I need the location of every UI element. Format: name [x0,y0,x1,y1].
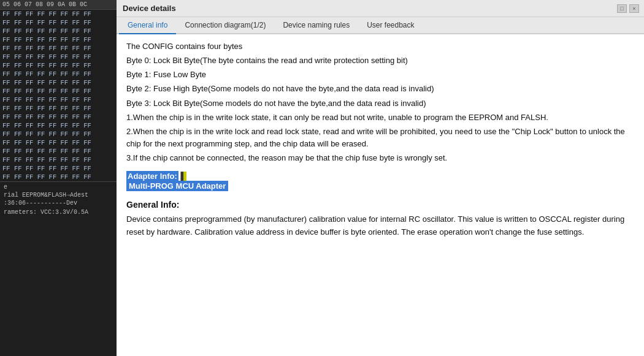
hex-panel: 05 06 07 08 09 0A 0B 0C FF FF FF FF FF F… [0,0,117,356]
hex-row: FF FF FF FF FF FF FF FF [0,70,117,78]
status-line [4,216,113,217]
hex-row: FF FF FF FF FF FF FF FF [0,104,117,113]
hex-row: FF FF FF FF FF FF FF FF [0,27,117,36]
intro-line: The CONFIG contains four bytes [126,40,634,53]
info-line-1: 1.When the chip is in the write lock sta… [126,112,634,124]
hex-row: FF FF FF FF FF FF FF FF [0,164,117,173]
general-info-body: Device contains preprogrammed (by manufa… [126,213,634,239]
tab-general-info[interactable]: General info [119,17,176,34]
hex-row: FF FF FF FF FF FF FF FF [0,61,117,70]
status-line: e [4,183,113,191]
byte-line-0: Byte 0: Lock Bit Byte(The byte contains … [126,55,634,67]
tabs-bar: General info Connection diagram(1/2) Dev… [117,17,644,34]
general-info-section: General Info: Device contains preprogram… [126,200,634,239]
bottom-status-left: erial EEPROM&FLASH→Adest:36:06----------… [0,181,117,217]
title-bar: Device details □ × [117,0,644,17]
hex-row: FF FF FF FF FF FF FF FF [0,173,117,181]
hex-row: FF FF FF FF FF FF FF FF [0,156,117,164]
right-panel: Device details □ × General info Connecti… [117,0,644,356]
hex-row: FF FF FF FF FF FF FF FF [0,10,117,18]
minimize-button[interactable]: □ [617,4,627,13]
hex-row: FF FF FF FF FF FF FF FF [0,147,117,156]
hex-header: 05 06 07 08 09 0A 0B 0C [0,0,117,10]
hex-rows: FF FF FF FF FF FF FF FFFF FF FF FF FF FF… [0,10,117,181]
hex-row: FF FF FF FF FF FF FF FF [0,130,117,138]
tab-device-naming-rules[interactable]: Device naming rules [274,17,358,34]
panel-title: Device details [123,4,176,13]
byte-line-1: Byte 1: Fuse Low Byte [126,69,634,81]
tab-user-feedback[interactable]: User feedback [358,17,423,34]
hex-row: FF FF FF FF FF FF FF FF [0,44,117,53]
hex-row: FF FF FF FF FF FF FF FF [0,53,117,61]
hex-row: FF FF FF FF FF FF FF FF [0,96,117,104]
adapter-info-section: Adapter Info: ▌ Multi-PROG MCU Adapter [126,172,634,191]
close-button[interactable]: × [629,4,639,13]
info-line-2: 2.When the chip is in the write lock and… [126,126,634,150]
status-line: rial EEPROM&FLASH→Adest [4,191,113,199]
tab-connection-diagram[interactable]: Connection diagram(1/2) [176,17,274,34]
hex-row: FF FF FF FF FF FF FF FF [0,36,117,44]
cursor-indicator: ▌ [181,172,186,181]
byte-line-3: Byte 3: Lock Bit Byte(Some models do not… [126,97,634,110]
adapter-info-label: Adapter Info: [126,171,178,181]
general-info-title: General Info: [126,200,634,210]
adapter-info-value: Multi-PROG MCU Adapter [126,181,228,191]
status-line: :36:06-----------Dev [4,199,113,207]
byte-line-2: Byte 2: Fuse High Byte(Some models do no… [126,83,634,95]
content-area: The CONFIG contains four bytes Byte 0: L… [117,34,644,356]
hex-row: FF FF FF FF FF FF FF FF [0,113,117,121]
hex-row: FF FF FF FF FF FF FF FF [0,18,117,27]
info-line-3: 3.If the chip cannot be connected, the r… [126,152,634,164]
hex-row: FF FF FF FF FF FF FF FF [0,138,117,147]
status-line: rameters: VCC:3.3V/0.5A [4,208,113,216]
hex-row: FF FF FF FF FF FF FF FF [0,78,117,87]
hex-row: FF FF FF FF FF FF FF FF [0,121,117,130]
hex-row: FF FF FF FF FF FF FF FF [0,87,117,96]
window-controls: □ × [617,4,639,13]
